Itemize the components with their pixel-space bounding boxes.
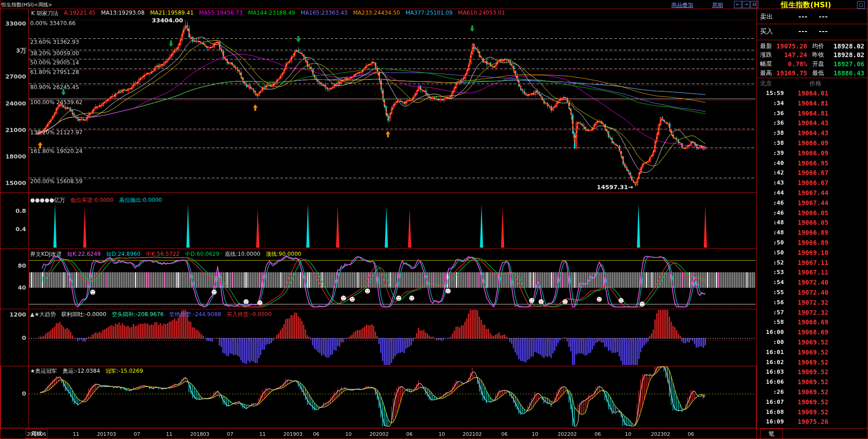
tick-row[interactable]: :48 19066.89 [757,229,867,239]
olympic-panel-legend: ★奥运冠军奥运:-12.0384冠军:-15.0269 [30,367,143,375]
tick-list[interactable]: 15:59 19064.01 :34 19064.81 :36 19064.81… [757,90,867,428]
tick-row[interactable]: :40 19066.95 [757,159,867,169]
tick-row[interactable]: :46 19067.44 [757,199,867,209]
legend-item: MA610:24053.01 [458,10,505,17]
legend-item: MA55:19456.73 [199,10,242,17]
tick-row[interactable]: :38 19066.09 [757,139,867,149]
tick-row[interactable]: :50 19069.10 [757,249,867,259]
quote-cell: 均价 18928.02 [809,42,867,51]
tick-row[interactable]: 16:09 19075.26 [757,418,867,428]
legend-item: 获利回吐:-0.0000 [61,311,106,318]
overlay-button[interactable]: 商品叠加 [671,1,693,9]
tick-row[interactable]: :53 19067.11 [757,269,867,279]
tick-row[interactable]: 16:02 19069.52 [757,359,867,369]
tick-row[interactable]: :50 19066.89 [757,239,867,249]
tick-row[interactable]: :43 19066.67 [757,179,867,189]
buy-values: ------ [798,27,828,35]
tick-row[interactable]: 16:06 19069.52 [757,378,867,388]
forward-icon[interactable]: → [742,1,750,8]
legend-item: K 胡家刀法 [31,10,59,17]
legend-item: ★奥运冠军 [30,367,57,375]
tick-row[interactable]: 16:08 19069.52 [757,408,867,418]
legend-item: 短K:22.6249 [67,250,101,258]
quote-cell: 最低 18886.43 [809,69,867,78]
quote-cell: 昨收 18928.02 [809,51,867,60]
legend-item: 坚绝做空:-244.9088 [169,311,221,318]
legend-item: 短D:24.8960 [106,250,140,258]
legend-item: 空头回补:-208.9676 [112,311,164,318]
tick-row[interactable]: :58 19068.69 [757,318,867,328]
tick-row[interactable]: :55 19072.40 [757,289,867,299]
buy-row: 买入 ------ [757,27,868,38]
main-chart-legend: K 胡家刀法A:19221.45MA13:19293.08MA21:19589.… [31,10,505,17]
tick-row[interactable]: :46 19066.05 [757,209,867,219]
legend-item: MA21:19589.41 [150,10,193,17]
tick-row[interactable]: 15:59 19064.01 [757,90,867,100]
legend-item: 奥运:-12.0384 [63,367,100,375]
tick-row[interactable]: :57 19072.32 [757,309,867,319]
quote-cell: 开盘 18927.06 [809,59,867,69]
tick-row[interactable]: :48 19066.05 [757,219,867,229]
buy-label: 买入 [760,27,773,36]
legend-item: 低位买进:0.0000 [70,196,113,204]
sell-values: ------ [798,13,828,20]
legend-item: 中D:60.0629 [185,250,220,258]
quote-grid: 最新 19075.26 均价 18928.02 涨跌 147.24 昨收 189… [757,42,867,77]
legend-item: 界文KDJ改进 [30,250,62,258]
legend-item: MA377:25101.09 [406,10,453,17]
period-button[interactable]: 周期 [712,1,723,9]
quote-cell: 幅度 0.78% [757,59,809,69]
tick-row[interactable]: :42 19066.67 [757,169,867,179]
tick-row[interactable]: :36 19064.81 [757,110,867,120]
quote-cell: 最高 19169.75 [757,69,809,78]
legend-item: MA13:19293.08 [101,10,145,17]
legend-item: A:19221.45 [64,10,96,17]
window-title: 恒生指数(HSI)<周线> [1,1,53,8]
tick-row[interactable]: :36 19064.43 [757,119,867,129]
legend-item: 底线:10.0000 [225,250,261,258]
legend-item: 冠军:-15.0269 [106,367,143,375]
legend-item: MA165:23363.43 [300,10,348,17]
tick-tab[interactable]: 笔 [760,428,783,439]
tick-row[interactable]: :52 19067.11 [757,259,867,269]
legend-item: MA233:24434.50 [353,10,400,17]
quote-cell: 涨跌 147.24 [757,51,809,60]
legend-item: ●●●●●亿万 [30,196,65,204]
tick-row[interactable]: 16:00 19068.69 [757,328,867,339]
kdj-panel-legend: 界文KDJ改进短K:22.6249短D:24.8960中K:56.5722中D:… [30,250,301,258]
tick-row[interactable]: :00 19069.52 [757,339,867,349]
tick-row[interactable]: :56 19072.32 [757,299,867,309]
app-window: 恒生指数(HSI)<周线> 商品叠加 周期 ← → ⊟ 恒生指数(HSI) □ … [0,0,868,439]
sell-label: 卖出 [760,13,773,21]
legend-item: 高位抛出:0.0000 [119,196,162,204]
tick-row[interactable]: :54 19072.40 [757,279,867,289]
tick-row[interactable]: 16:01 19069.52 [757,349,867,359]
tick-row[interactable]: :39 19066.09 [757,149,867,159]
legend-item: 中K:56.5722 [146,250,180,258]
sell-row: 卖出 ------ [757,13,868,24]
legend-item: 买入持货:-0.0000 [227,311,272,318]
quote-panel: 卖出 ------ 买入 ------ 最新 19075.26 均价 18928… [757,0,868,439]
tick-row[interactable]: :38 19064.43 [757,129,867,139]
tick-row[interactable]: :34 19064.81 [757,100,867,110]
tick-row[interactable]: :44 19067.44 [757,189,867,199]
tick-row[interactable]: 16:07 19069.52 [757,398,867,408]
back-icon[interactable]: ← [734,1,742,8]
legend-item: ▲★大趋势 [30,311,56,318]
legend-item: MA144:23188.49 [248,10,295,17]
tick-row[interactable]: 16:03 19069.52 [757,368,867,378]
trend-panel-legend: ▲★大趋势获利回吐:-0.0000空头回补:-208.9676坚绝做空:-244… [30,311,272,318]
period-label-box[interactable]: 周线 [26,429,48,439]
quote-cell: 最新 19075.26 [757,42,809,51]
yiwan-panel-legend: ●●●●●亿万低位买进:0.0000高位抛出:0.0000 [30,196,162,204]
tick-row[interactable]: :26 19069.52 [757,388,867,398]
legend-item: 顶线:90.0000 [266,250,301,258]
